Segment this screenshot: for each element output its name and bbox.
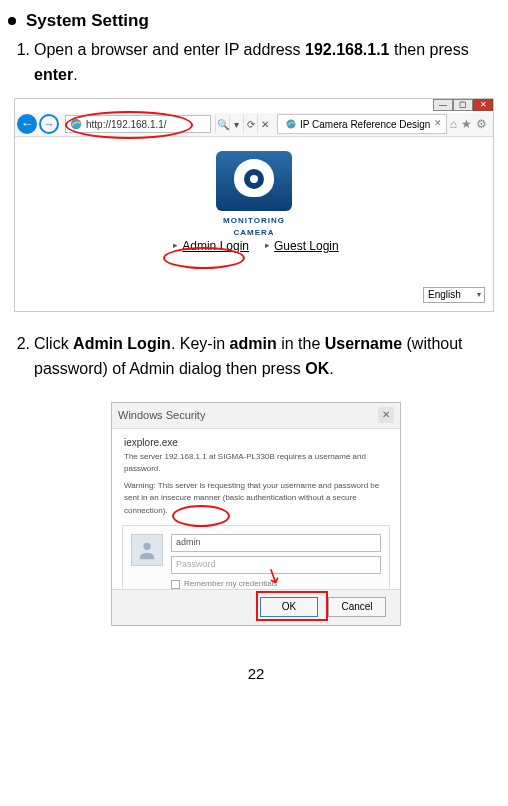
admin-login-link[interactable]: Admin Login <box>182 237 249 256</box>
camera-logo: MONITORING CAMERA <box>216 151 292 227</box>
admin-word: admin <box>230 335 277 352</box>
svg-point-1 <box>287 120 296 129</box>
t: in the <box>277 335 325 352</box>
username-input[interactable]: admin <box>171 534 381 552</box>
browser-tab[interactable]: IP Camera Reference Design ✕ <box>277 114 447 134</box>
triangle-icon: ▸ <box>173 239 178 253</box>
stop-icon[interactable]: ✕ <box>257 115 271 133</box>
dialog-body: iexplore.exe The server 192.168.1.1 at S… <box>112 429 400 517</box>
dialog-message-2: Warning: This server is requesting that … <box>124 480 388 517</box>
enter-word: enter <box>34 66 73 83</box>
username-value: admin <box>176 536 201 550</box>
step-1-number: 1. <box>8 38 30 88</box>
tools-icon[interactable]: ⚙ <box>476 115 487 134</box>
close-button[interactable]: ✕ <box>473 99 493 111</box>
triangle-icon: ▸ <box>265 239 270 253</box>
search-icon[interactable]: 🔍 <box>215 115 229 133</box>
login-links: ▸ Admin Login ▸ Guest Login <box>169 237 338 256</box>
svg-point-2 <box>143 543 150 550</box>
tab-label: IP Camera Reference Design <box>300 117 430 133</box>
dropdown-icon[interactable]: ▾ <box>229 115 243 133</box>
language-select[interactable]: English ▾ <box>423 287 485 303</box>
section-heading: System Setting <box>8 8 504 34</box>
address-text: http://192.168.1.1/ <box>86 117 167 133</box>
security-dialog-screenshot: Windows Security ✕ iexplore.exe The serv… <box>111 402 401 626</box>
password-placeholder: Password <box>176 558 216 572</box>
admin-login-word: Admin Login <box>73 335 171 352</box>
minimize-button[interactable]: — <box>433 99 453 111</box>
t: . <box>73 66 77 83</box>
dialog-titlebar: Windows Security ✕ <box>112 403 400 429</box>
language-value: English <box>428 287 461 303</box>
dialog-buttons: OK Cancel <box>112 589 400 625</box>
t: Click <box>34 335 73 352</box>
chevron-down-icon: ▾ <box>477 289 481 301</box>
step-2: 2. Click Admin Login. Key-in admin in th… <box>8 332 504 382</box>
credentials-form: admin Password Remember my credentials <box>122 525 390 597</box>
dialog-close-button[interactable]: ✕ <box>378 407 394 423</box>
browser-toolbar: ← → http://192.168.1.1/ 🔍 ▾ ⟳ ✕ IP Camer… <box>15 113 493 137</box>
address-bar[interactable]: http://192.168.1.1/ <box>65 115 211 133</box>
bullet-icon <box>8 17 16 25</box>
step-1: 1. Open a browser and enter IP address 1… <box>8 38 504 88</box>
back-button[interactable]: ← <box>17 114 37 134</box>
dialog-message-1: The server 192.168.1.1 at SIGMA-PL330B r… <box>124 451 388 476</box>
dialog-app-name: iexplore.exe <box>124 435 388 451</box>
t: then press <box>390 41 469 58</box>
ok-button[interactable]: OK <box>260 597 318 617</box>
window-controls: — ▢ ✕ <box>433 99 493 111</box>
maximize-button[interactable]: ▢ <box>453 99 473 111</box>
t: . <box>329 360 333 377</box>
ie-icon <box>285 118 297 130</box>
heading-text: System Setting <box>26 8 149 34</box>
remember-checkbox[interactable] <box>171 580 180 589</box>
cancel-button[interactable]: Cancel <box>328 597 386 617</box>
dialog-title: Windows Security <box>118 407 205 424</box>
ie-icon <box>69 117 83 131</box>
page-content: MONITORING CAMERA ▸ Admin Login ▸ Guest … <box>15 137 493 311</box>
guest-login-link[interactable]: Guest Login <box>274 237 339 256</box>
step-1-text: Open a browser and enter IP address 192.… <box>34 38 504 88</box>
browser-screenshot: — ▢ ✕ ← → http://192.168.1.1/ 🔍 ▾ ⟳ ✕ IP… <box>14 98 494 312</box>
tab-close-icon[interactable]: ✕ <box>434 117 442 131</box>
t: Open a browser and enter IP address <box>34 41 305 58</box>
t: . Key-in <box>171 335 230 352</box>
password-input[interactable]: Password <box>171 556 381 574</box>
user-avatar-icon <box>131 534 163 566</box>
step-2-number: 2. <box>8 332 30 382</box>
logo-text: MONITORING CAMERA <box>216 215 292 240</box>
forward-button[interactable]: → <box>39 114 59 134</box>
home-icon[interactable]: ⌂ <box>450 115 457 134</box>
toolbar-right-icons: ⌂ ★ ⚙ <box>450 115 487 134</box>
favorites-icon[interactable]: ★ <box>461 115 472 134</box>
refresh-icon[interactable]: ⟳ <box>243 115 257 133</box>
username-word: Username <box>325 335 402 352</box>
ip-address: 192.168.1.1 <box>305 41 390 58</box>
page-number: 22 <box>8 662 504 685</box>
ok-word: OK <box>305 360 329 377</box>
step-2-text: Click Admin Login. Key-in admin in the U… <box>34 332 504 382</box>
